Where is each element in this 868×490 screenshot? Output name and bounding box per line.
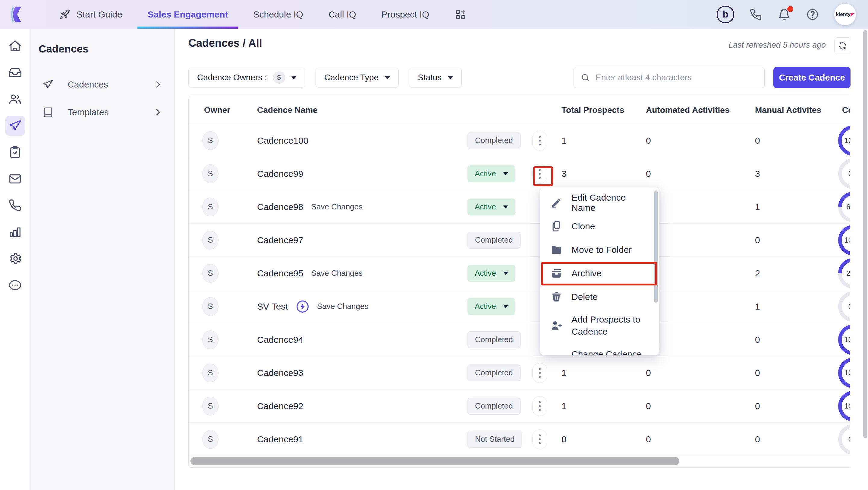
refresh-button[interactable] [834, 37, 851, 54]
rail-item-gear[interactable] [5, 249, 25, 268]
status-dropdown[interactable]: Active [467, 165, 516, 182]
cadence-name[interactable]: Cadence99 [257, 169, 303, 179]
table-row: SSV TestSave ChangesActive10% [189, 290, 850, 323]
sidebar-item-cadences[interactable]: Cadences [30, 73, 175, 96]
owner-avatar: S [202, 131, 218, 150]
cadence-name[interactable]: Cadence97 [257, 235, 303, 245]
cadence-name[interactable]: Cadence100 [257, 136, 308, 146]
table-row: SCadence98Save ChangesActive167% [189, 191, 850, 224]
row-menu-kebab-button[interactable] [532, 131, 547, 150]
rail-item-clipboard[interactable] [5, 142, 25, 162]
status-dropdown[interactable]: Active [467, 265, 516, 282]
save-changes-link[interactable]: Save Changes [311, 268, 363, 278]
people-icon [8, 92, 22, 106]
cadence-owners-label: Cadence Owners : [197, 73, 267, 82]
cadence-owners-filter[interactable]: Cadence Owners : S [188, 67, 305, 87]
tab-schedule-iq[interactable]: Schedule IQ [241, 0, 316, 29]
menu-item-label: Archive [571, 268, 601, 279]
status-badge: Completed [467, 232, 521, 249]
manual-value: 2 [746, 268, 831, 279]
row-menu-kebab-button[interactable] [532, 164, 547, 184]
rail-item-chart[interactable] [5, 222, 25, 242]
tab-sales-engagement[interactable]: Sales Engagement [135, 0, 241, 29]
completion-percent: 100% [844, 402, 850, 410]
automated-value: 0 [638, 434, 746, 444]
user-avatar[interactable]: klenty◤ [834, 4, 856, 25]
icon-rail [0, 29, 30, 490]
bell-icon[interactable] [778, 8, 791, 21]
tab-start-guide[interactable]: Start Guide [46, 0, 135, 29]
rail-item-mail[interactable] [5, 169, 25, 189]
menu-item-edit-cadence-name[interactable]: Edit Cadence Name [540, 191, 659, 214]
rail-item-inbox[interactable] [5, 63, 25, 83]
automated-value: 0 [638, 368, 746, 378]
save-changes-link[interactable]: Save Changes [311, 202, 363, 211]
tab-apps[interactable] [442, 0, 479, 29]
menu-item-label: Delete [571, 292, 598, 302]
active-tab-underline [137, 27, 239, 29]
status-badge: Not Started [467, 431, 522, 448]
cadence-name[interactable]: Cadence94 [257, 335, 303, 345]
menu-item-add-prospects-to-cadence[interactable]: Add Prospects to Cadence [540, 309, 659, 342]
grid-plus-icon [455, 8, 467, 21]
cadence-name[interactable]: Cadence93 [257, 368, 303, 378]
menu-item-label: Edit Cadence Name [571, 193, 649, 213]
b-circle-letter: b [717, 6, 734, 23]
rail-item-phone[interactable] [5, 196, 25, 215]
status-label: Active [475, 268, 496, 278]
chart-icon [8, 225, 22, 239]
cadence-type-filter[interactable]: Cadence Type [315, 67, 399, 87]
menu-item-delete[interactable]: Delete [540, 285, 659, 309]
row-menu-kebab-button[interactable] [532, 363, 547, 383]
row-menu-kebab-button[interactable] [532, 396, 547, 416]
main-content: Cadences / All Last refreshed 5 hours ag… [175, 29, 868, 490]
user-avatar-label: klenty [836, 11, 850, 18]
chevron-right-icon [153, 80, 162, 89]
person-plus-icon [550, 319, 562, 332]
status-filter[interactable]: Status [409, 67, 462, 87]
cadence-name[interactable]: SV Test [257, 301, 288, 312]
completion-ring: 100% [838, 391, 850, 422]
completion-ring: 0% [838, 291, 850, 322]
cadence-name[interactable]: Cadence95 [257, 268, 303, 279]
completion-ring: 100% [838, 357, 850, 388]
mail-icon [8, 172, 22, 186]
cadence-name[interactable]: Cadence92 [257, 401, 303, 411]
rail-item-paper-plane[interactable] [5, 116, 25, 136]
tab-prospect-iq[interactable]: Prospect IQ [369, 0, 441, 29]
rail-item-home[interactable] [5, 36, 25, 56]
completion-percent: 0% [848, 435, 850, 443]
sidebar-item-templates[interactable]: Templates [30, 101, 175, 124]
tab-call-iq[interactable]: Call IQ [316, 0, 369, 29]
vertical-scrollbar[interactable] [863, 30, 867, 438]
cadence-name[interactable]: Cadence98 [257, 202, 303, 212]
help-icon[interactable] [806, 8, 819, 21]
horizontal-scrollbar[interactable] [190, 457, 679, 465]
status-dropdown[interactable]: Active [467, 298, 516, 315]
b-circle-icon[interactable]: b [717, 6, 734, 23]
save-changes-link[interactable]: Save Changes [317, 302, 369, 311]
rail-item-people[interactable] [5, 89, 25, 109]
menu-item-label: Move to Folder [571, 245, 632, 255]
row-menu-kebab-button[interactable] [532, 429, 547, 449]
status-badge: Completed [467, 365, 521, 381]
menu-item-move-to-folder[interactable]: Move to Folder [540, 238, 659, 262]
cadence-name[interactable]: Cadence91 [257, 434, 303, 444]
status-dropdown[interactable]: Active [467, 199, 516, 215]
status-badge: Completed [467, 132, 521, 149]
menu-item-change-cadence[interactable]: Change Cadence [540, 342, 659, 355]
menu-item-clone[interactable]: Clone [540, 214, 659, 238]
completion-percent: 0% [848, 170, 850, 178]
caret-down-icon [503, 305, 508, 308]
menu-item-archive[interactable]: Archive [540, 262, 659, 285]
create-cadence-button[interactable]: Create Cadence [773, 67, 850, 88]
search-input[interactable] [595, 73, 758, 83]
caret-down-icon [503, 272, 508, 275]
menu-scrollbar[interactable] [654, 191, 658, 302]
caret-down-icon [291, 76, 297, 79]
menu-item-label: Change Cadence [571, 349, 642, 355]
completion-percent: 67% [846, 203, 850, 211]
status-label: Active [475, 302, 496, 311]
phone-icon[interactable] [749, 8, 763, 21]
rail-item-more[interactable] [5, 275, 25, 295]
